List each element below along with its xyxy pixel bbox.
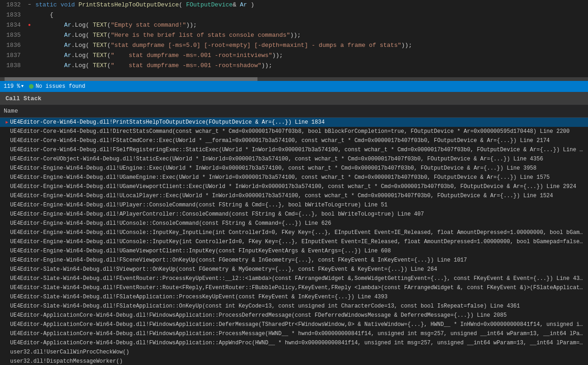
call-stack-item[interactable]: UE4Editor-Engine-Win64-Debug.dll!UConsol… bbox=[0, 228, 588, 237]
call-stack-column-header: Name bbox=[0, 105, 588, 118]
call-stack-item[interactable]: UE4Editor-Engine-Win64-Debug.dll!APlayer… bbox=[0, 210, 588, 219]
call-stack-item[interactable]: UE4Editor-ApplicationCore-Win64-Debug.dl… bbox=[0, 320, 588, 329]
call-stack-item[interactable]: ►UE4Editor-Core-Win64-Debug.dll!PrintSta… bbox=[0, 118, 588, 127]
call-stack-item[interactable]: UE4Editor-CoreUObject-Win64-Debug.dll!St… bbox=[0, 154, 588, 164]
code-line: 1836 Ar.Log( TEXT("stat dumpframe [-ms=5… bbox=[0, 40, 588, 51]
line-indicator bbox=[25, 10, 34, 20]
call-stack-item-text: UE4Editor-CoreUObject-Win64-Debug.dll!St… bbox=[10, 156, 543, 162]
call-stack-item-text: UE4Editor-Engine-Win64-Debug.dll!UConsol… bbox=[10, 239, 584, 245]
green-circle-icon bbox=[29, 84, 34, 89]
call-stack-item-text: UE4Editor-Engine-Win64-Debug.dll!UGameVi… bbox=[10, 248, 391, 254]
call-stack-item-text: UE4Editor-Core-Win64-Debug.dll!FStatCmdC… bbox=[10, 137, 550, 144]
call-stack-item[interactable]: UE4Editor-Engine-Win64-Debug.dll!UConsol… bbox=[0, 237, 588, 246]
code-line: 1834● Ar.Log( TEXT("Empty stat command!"… bbox=[0, 20, 588, 30]
line-content: Ar.Log( TEXT("Empty stat command!")); bbox=[34, 20, 588, 30]
call-stack-item-text: UE4Editor-Engine-Win64-Debug.dll!UGameVi… bbox=[10, 183, 576, 190]
line-number: 1835 bbox=[0, 30, 25, 40]
line-indicator: − bbox=[25, 0, 34, 10]
call-stack-item[interactable]: UE4Editor-ApplicationCore-Win64-Debug.dl… bbox=[0, 329, 588, 338]
call-stack-item[interactable]: UE4Editor-Slate-Win64-Debug.dll!FEventRo… bbox=[0, 274, 588, 283]
status-bar: 119 % ▼ No issues found bbox=[0, 81, 588, 92]
call-stack-item-text: UE4Editor-Slate-Win64-Debug.dll!FSlateAp… bbox=[10, 303, 520, 309]
call-stack-item-text: UE4Editor-Engine-Win64-Debug.dll!UConsol… bbox=[10, 220, 331, 227]
line-number: 1834 bbox=[0, 20, 25, 30]
call-stack-item[interactable]: UE4Editor-Core-Win64-Debug.dll!FSelfRegi… bbox=[0, 145, 588, 154]
call-stack-item[interactable]: UE4Editor-Core-Win64-Debug.dll!FStatCmdC… bbox=[0, 136, 588, 145]
zoom-control[interactable]: 119 % ▼ bbox=[4, 83, 23, 90]
call-stack-item[interactable]: UE4Editor-Slate-Win64-Debug.dll!FEventRo… bbox=[0, 283, 588, 292]
call-stack-item-text: UE4Editor-ApplicationCore-Win64-Debug.dl… bbox=[10, 340, 584, 346]
call-stack-item-text: UE4Editor-Engine-Win64-Debug.dll!FSceneV… bbox=[10, 257, 467, 263]
call-stack-item[interactable]: UE4Editor-Engine-Win64-Debug.dll!UGameVi… bbox=[0, 246, 588, 256]
call-stack-name-column: Name bbox=[4, 108, 18, 114]
line-indicator bbox=[25, 40, 34, 51]
line-indicator: ● bbox=[25, 20, 34, 30]
call-stack-item[interactable]: UE4Editor-Engine-Win64-Debug.dll!FSceneV… bbox=[0, 256, 588, 265]
call-stack-item[interactable]: UE4Editor-Slate-Win64-Debug.dll!SViewpor… bbox=[0, 265, 588, 274]
line-content: Ar.Log( TEXT("Here is the brief list of … bbox=[34, 30, 588, 40]
line-number: 1832 bbox=[0, 0, 25, 10]
call-stack-item[interactable]: UE4Editor-Engine-Win64-Debug.dll!UPlayer… bbox=[0, 200, 588, 210]
call-stack-item-text: user32.dll!UserCallWinProcCheckWow() bbox=[10, 349, 129, 355]
call-stack-item-text: user32.dll!DispatchMessageWorker() bbox=[10, 358, 123, 365]
scrollbar-thumb[interactable] bbox=[5, 77, 257, 81]
scrollbar-area[interactable] bbox=[0, 77, 588, 81]
code-line: 1833 { bbox=[0, 10, 588, 20]
line-indicator bbox=[25, 61, 34, 71]
call-stack-item-text: UE4Editor-ApplicationCore-Win64-Debug.dl… bbox=[10, 312, 507, 319]
line-content: Ar.Log( TEXT(" stat dumpframe -ms=.001 -… bbox=[34, 61, 588, 71]
call-stack-item[interactable]: user32.dll!DispatchMessageWorker() bbox=[0, 357, 588, 365]
call-stack-title: Call Stack bbox=[6, 95, 41, 102]
line-content: Ar.Log( TEXT("stat dumpframe [-ms=5.0] [… bbox=[34, 40, 588, 51]
call-stack-item-text: UE4Editor-Engine-Win64-Debug.dll!ULocalP… bbox=[10, 193, 553, 199]
call-stack-item[interactable]: UE4Editor-Engine-Win64-Debug.dll!ULocalP… bbox=[0, 191, 588, 200]
call-stack-item-text: UE4Editor-ApplicationCore-Win64-Debug.dl… bbox=[10, 331, 584, 337]
line-number: 1837 bbox=[0, 51, 25, 61]
call-stack-item-text: UE4Editor-Core-Win64-Debug.dll!FSelfRegi… bbox=[10, 147, 584, 153]
call-stack-item-text: UE4Editor-Engine-Win64-Debug.dll!UConsol… bbox=[10, 229, 584, 236]
line-number: 1833 bbox=[0, 10, 25, 20]
call-stack-item[interactable]: UE4Editor-ApplicationCore-Win64-Debug.dl… bbox=[0, 311, 588, 320]
code-line: 1837 Ar.Log( TEXT(" stat dumpframe -ms=.… bbox=[0, 51, 588, 61]
call-stack-item[interactable]: UE4Editor-ApplicationCore-Win64-Debug.dl… bbox=[0, 338, 588, 348]
call-stack-item-text: UE4Editor-Core-Win64-Debug.dll!PrintStat… bbox=[10, 119, 325, 125]
call-stack-item-text: UE4Editor-ApplicationCore-Win64-Debug.dl… bbox=[10, 321, 584, 328]
code-line: 1835 Ar.Log( TEXT("Here is the brief lis… bbox=[0, 30, 588, 40]
call-stack-item-text: UE4Editor-Slate-Win64-Debug.dll!FSlateAp… bbox=[10, 294, 388, 300]
no-issues-indicator: No issues found bbox=[29, 83, 85, 90]
zoom-value: 119 % bbox=[4, 83, 20, 90]
call-stack-item[interactable]: UE4Editor-Engine-Win64-Debug.dll!UGameEn… bbox=[0, 173, 588, 182]
zoom-dropdown-icon[interactable]: ▼ bbox=[21, 84, 23, 89]
line-number: 1838 bbox=[0, 61, 25, 71]
call-stack-item-text: UE4Editor-Engine-Win64-Debug.dll!UEngine… bbox=[10, 165, 537, 171]
call-stack-item[interactable]: UE4Editor-Slate-Win64-Debug.dll!FSlateAp… bbox=[0, 292, 588, 302]
line-content: Ar.Log( TEXT(" stat dumpframe -ms=.001 -… bbox=[34, 51, 588, 61]
no-issues-text: No issues found bbox=[35, 83, 85, 90]
call-stack-item[interactable]: user32.dll!UserCallWinProcCheckWow() bbox=[0, 348, 588, 357]
call-stack-item[interactable]: UE4Editor-Core-Win64-Debug.dll!DirectSta… bbox=[0, 127, 588, 136]
line-indicator bbox=[25, 51, 34, 61]
call-stack-item[interactable]: UE4Editor-Slate-Win64-Debug.dll!FSlateAp… bbox=[0, 302, 588, 311]
call-stack-item-text: UE4Editor-Engine-Win64-Debug.dll!APlayer… bbox=[10, 211, 424, 217]
call-stack-item-indicator: ► bbox=[4, 120, 10, 125]
line-indicator bbox=[25, 30, 34, 40]
call-stack-item[interactable]: UE4Editor-Engine-Win64-Debug.dll!UEngine… bbox=[0, 164, 588, 173]
call-stack-item[interactable]: UE4Editor-Engine-Win64-Debug.dll!UGameVi… bbox=[0, 182, 588, 191]
call-stack-body[interactable]: ►UE4Editor-Core-Win64-Debug.dll!PrintSta… bbox=[0, 118, 588, 365]
code-editor: 1832−static void PrintStatsHelpToOutputD… bbox=[0, 0, 588, 77]
code-line: 1838 Ar.Log( TEXT(" stat dumpframe -ms=.… bbox=[0, 61, 588, 71]
call-stack-item-text: UE4Editor-Slate-Win64-Debug.dll!SViewpor… bbox=[10, 266, 437, 273]
call-stack-header: Call Stack bbox=[0, 92, 588, 105]
call-stack-item[interactable]: UE4Editor-Engine-Win64-Debug.dll!UConsol… bbox=[0, 219, 588, 228]
line-content: static void PrintStatsHelpToOutputDevice… bbox=[34, 0, 588, 10]
call-stack-item-text: UE4Editor-Engine-Win64-Debug.dll!UGameEn… bbox=[10, 174, 550, 181]
call-stack-item-text: UE4Editor-Slate-Win64-Debug.dll!FEventRo… bbox=[10, 275, 584, 282]
line-number: 1836 bbox=[0, 40, 25, 51]
call-stack-item-text: UE4Editor-Engine-Win64-Debug.dll!UPlayer… bbox=[10, 202, 388, 208]
call-stack-item-text: UE4Editor-Slate-Win64-Debug.dll!FEventRo… bbox=[10, 285, 584, 291]
call-stack-item-text: UE4Editor-Core-Win64-Debug.dll!DirectSta… bbox=[10, 128, 570, 135]
line-content: { bbox=[34, 10, 588, 20]
code-line: 1832−static void PrintStatsHelpToOutputD… bbox=[0, 0, 588, 10]
